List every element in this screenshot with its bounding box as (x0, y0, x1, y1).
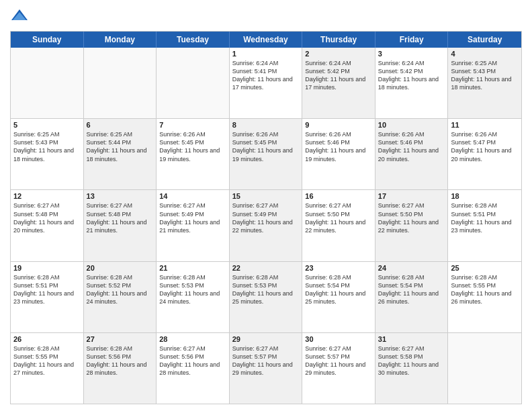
day-number: 27 (87, 335, 154, 343)
calendar-day-29: 29Sunrise: 6:27 AM Sunset: 5:57 PM Dayli… (230, 333, 303, 404)
day-info: Sunrise: 6:27 AM Sunset: 5:57 PM Dayligh… (305, 345, 372, 377)
calendar: SundayMondayTuesdayWednesdayThursdayFrid… (10, 31, 522, 404)
day-number: 31 (378, 335, 445, 343)
day-info: Sunrise: 6:27 AM Sunset: 5:56 PM Dayligh… (159, 345, 226, 377)
calendar-header-row: SundayMondayTuesdayWednesdayThursdayFrid… (11, 32, 521, 48)
day-info: Sunrise: 6:26 AM Sunset: 5:45 PM Dayligh… (159, 130, 226, 163)
calendar-day-31: 31Sunrise: 6:27 AM Sunset: 5:58 PM Dayli… (375, 333, 449, 404)
logo-icon (10, 7, 29, 26)
day-number: 19 (13, 264, 81, 272)
calendar-day-8: 8Sunrise: 6:26 AM Sunset: 5:45 PM Daylig… (230, 119, 303, 189)
day-number: 16 (305, 192, 372, 200)
calendar-body: 1Sunrise: 6:24 AM Sunset: 5:41 PM Daylig… (11, 48, 521, 404)
day-number: 2 (305, 50, 372, 58)
day-info: Sunrise: 6:27 AM Sunset: 5:48 PM Dayligh… (87, 201, 154, 234)
calendar-day-19: 19Sunrise: 6:28 AM Sunset: 5:51 PM Dayli… (11, 262, 84, 332)
calendar-week-5: 26Sunrise: 6:28 AM Sunset: 5:55 PM Dayli… (11, 333, 521, 404)
day-number: 6 (87, 121, 154, 129)
calendar-day-15: 15Sunrise: 6:27 AM Sunset: 5:49 PM Dayli… (230, 190, 303, 261)
day-info: Sunrise: 6:27 AM Sunset: 5:50 PM Dayligh… (305, 201, 372, 234)
day-number: 5 (13, 121, 81, 129)
day-number: 25 (451, 264, 519, 272)
calendar-day-16: 16Sunrise: 6:27 AM Sunset: 5:50 PM Dayli… (302, 190, 375, 261)
day-info: Sunrise: 6:25 AM Sunset: 5:43 PM Dayligh… (451, 59, 519, 92)
day-info: Sunrise: 6:28 AM Sunset: 5:51 PM Dayligh… (13, 273, 81, 306)
day-number: 22 (232, 264, 300, 272)
day-number: 17 (378, 192, 445, 200)
calendar-day-24: 24Sunrise: 6:28 AM Sunset: 5:54 PM Dayli… (375, 262, 449, 332)
day-number: 18 (451, 192, 519, 200)
day-number: 20 (87, 264, 154, 272)
calendar-day-2: 2Sunrise: 6:24 AM Sunset: 5:42 PM Daylig… (302, 48, 375, 118)
day-number: 21 (159, 264, 226, 272)
day-info: Sunrise: 6:25 AM Sunset: 5:44 PM Dayligh… (87, 130, 154, 163)
day-number: 24 (378, 264, 445, 272)
calendar-day-6: 6Sunrise: 6:25 AM Sunset: 5:44 PM Daylig… (84, 119, 157, 189)
calendar-day-28: 28Sunrise: 6:27 AM Sunset: 5:56 PM Dayli… (157, 333, 230, 404)
calendar-day-18: 18Sunrise: 6:28 AM Sunset: 5:51 PM Dayli… (448, 190, 521, 261)
day-info: Sunrise: 6:24 AM Sunset: 5:42 PM Dayligh… (378, 59, 445, 92)
header (10, 7, 522, 26)
day-number: 30 (305, 335, 372, 343)
day-number: 28 (159, 335, 226, 343)
day-info: Sunrise: 6:27 AM Sunset: 5:58 PM Dayligh… (378, 345, 445, 377)
calendar-day-12: 12Sunrise: 6:27 AM Sunset: 5:48 PM Dayli… (11, 190, 84, 261)
day-info: Sunrise: 6:28 AM Sunset: 5:54 PM Dayligh… (378, 273, 445, 306)
day-number: 4 (451, 50, 519, 58)
calendar-empty-cell (157, 48, 230, 118)
day-info: Sunrise: 6:28 AM Sunset: 5:54 PM Dayligh… (305, 273, 372, 306)
header-day-thursday: Thursday (302, 32, 375, 48)
calendar-day-7: 7Sunrise: 6:26 AM Sunset: 5:45 PM Daylig… (157, 119, 230, 189)
calendar-day-9: 9Sunrise: 6:26 AM Sunset: 5:46 PM Daylig… (302, 119, 375, 189)
calendar-day-25: 25Sunrise: 6:28 AM Sunset: 5:55 PM Dayli… (448, 262, 521, 332)
day-info: Sunrise: 6:27 AM Sunset: 5:49 PM Dayligh… (159, 201, 226, 234)
day-number: 15 (232, 192, 300, 200)
day-info: Sunrise: 6:28 AM Sunset: 5:52 PM Dayligh… (87, 273, 154, 306)
day-info: Sunrise: 6:28 AM Sunset: 5:51 PM Dayligh… (451, 201, 519, 234)
day-info: Sunrise: 6:26 AM Sunset: 5:46 PM Dayligh… (378, 130, 445, 163)
day-number: 14 (159, 192, 226, 200)
header-day-sunday: Sunday (11, 32, 84, 48)
calendar-day-5: 5Sunrise: 6:25 AM Sunset: 5:43 PM Daylig… (11, 119, 84, 189)
calendar-day-11: 11Sunrise: 6:26 AM Sunset: 5:47 PM Dayli… (448, 119, 521, 189)
page: SundayMondayTuesdayWednesdayThursdayFrid… (0, 0, 532, 411)
calendar-day-20: 20Sunrise: 6:28 AM Sunset: 5:52 PM Dayli… (84, 262, 157, 332)
calendar-week-1: 1Sunrise: 6:24 AM Sunset: 5:41 PM Daylig… (11, 48, 521, 119)
calendar-week-4: 19Sunrise: 6:28 AM Sunset: 5:51 PM Dayli… (11, 262, 521, 333)
day-number: 1 (232, 50, 300, 58)
calendar-day-10: 10Sunrise: 6:26 AM Sunset: 5:46 PM Dayli… (375, 119, 449, 189)
day-number: 8 (232, 121, 300, 129)
header-day-monday: Monday (84, 32, 157, 48)
calendar-day-14: 14Sunrise: 6:27 AM Sunset: 5:49 PM Dayli… (157, 190, 230, 261)
calendar-day-1: 1Sunrise: 6:24 AM Sunset: 5:41 PM Daylig… (230, 48, 303, 118)
calendar-empty-cell (84, 48, 157, 118)
calendar-week-2: 5Sunrise: 6:25 AM Sunset: 5:43 PM Daylig… (11, 119, 521, 190)
day-number: 11 (451, 121, 519, 129)
day-info: Sunrise: 6:28 AM Sunset: 5:53 PM Dayligh… (159, 273, 226, 306)
calendar-day-4: 4Sunrise: 6:25 AM Sunset: 5:43 PM Daylig… (448, 48, 521, 118)
day-info: Sunrise: 6:24 AM Sunset: 5:41 PM Dayligh… (232, 59, 300, 92)
day-number: 23 (305, 264, 372, 272)
calendar-day-22: 22Sunrise: 6:28 AM Sunset: 5:53 PM Dayli… (230, 262, 303, 332)
logo (10, 7, 32, 26)
day-info: Sunrise: 6:27 AM Sunset: 5:57 PM Dayligh… (232, 345, 300, 377)
day-number: 10 (378, 121, 445, 129)
day-number: 3 (378, 50, 445, 58)
day-info: Sunrise: 6:27 AM Sunset: 5:49 PM Dayligh… (232, 201, 300, 234)
day-info: Sunrise: 6:27 AM Sunset: 5:48 PM Dayligh… (13, 201, 81, 234)
day-info: Sunrise: 6:28 AM Sunset: 5:55 PM Dayligh… (451, 273, 519, 306)
calendar-empty-cell (448, 333, 521, 404)
header-day-tuesday: Tuesday (157, 32, 230, 48)
header-day-wednesday: Wednesday (230, 32, 303, 48)
day-info: Sunrise: 6:28 AM Sunset: 5:53 PM Dayligh… (232, 273, 300, 306)
day-info: Sunrise: 6:25 AM Sunset: 5:43 PM Dayligh… (13, 130, 81, 163)
day-number: 9 (305, 121, 372, 129)
header-day-friday: Friday (375, 32, 449, 48)
day-number: 7 (159, 121, 226, 129)
header-day-saturday: Saturday (448, 32, 521, 48)
day-info: Sunrise: 6:26 AM Sunset: 5:46 PM Dayligh… (305, 130, 372, 163)
calendar-day-26: 26Sunrise: 6:28 AM Sunset: 5:55 PM Dayli… (11, 333, 84, 404)
calendar-day-13: 13Sunrise: 6:27 AM Sunset: 5:48 PM Dayli… (84, 190, 157, 261)
calendar-day-17: 17Sunrise: 6:27 AM Sunset: 5:50 PM Dayli… (375, 190, 449, 261)
calendar-empty-cell (11, 48, 84, 118)
